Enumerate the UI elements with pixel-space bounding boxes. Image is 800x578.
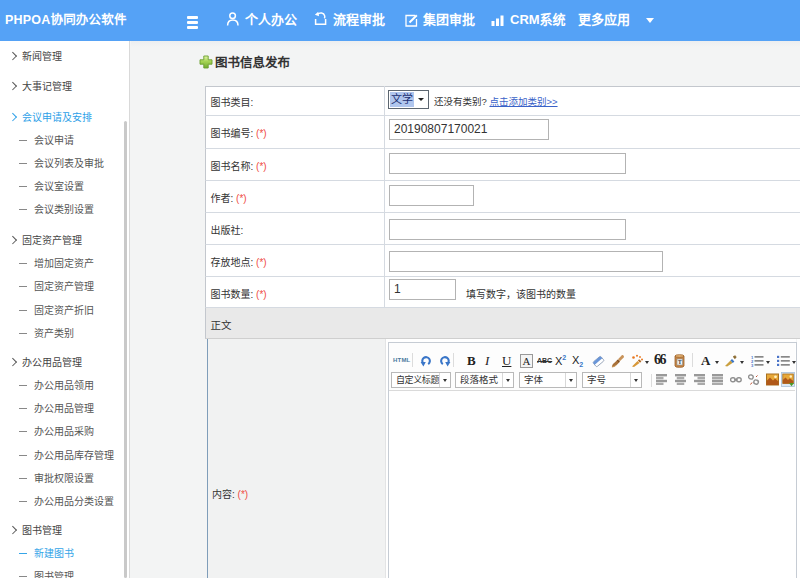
svg-text:3: 3	[751, 363, 754, 367]
svg-text:T: T	[678, 359, 682, 365]
